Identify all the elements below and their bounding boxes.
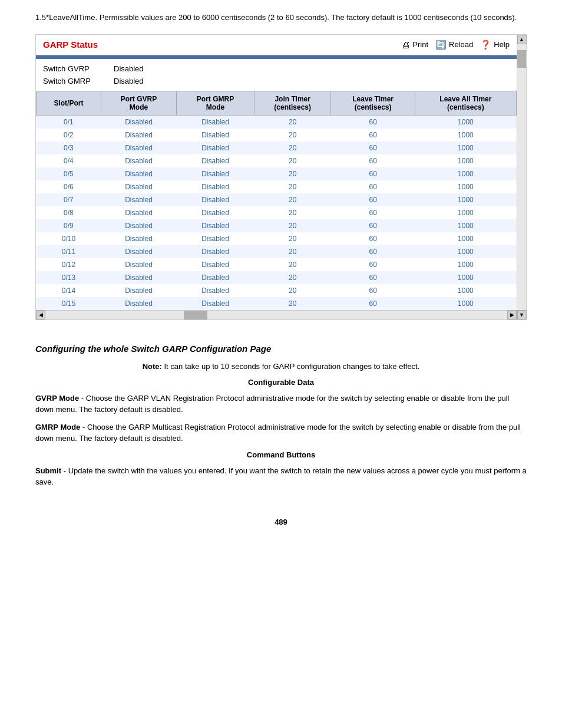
submit-description: Submit - Update the switch with the valu… bbox=[35, 465, 527, 488]
table-row: 0/8DisabledDisabled20601000 bbox=[37, 206, 517, 219]
gvrp-mode-label: GVRP Mode bbox=[35, 394, 79, 403]
table-row: 0/10DisabledDisabled20601000 bbox=[37, 232, 517, 245]
help-label: Help bbox=[494, 40, 510, 49]
col-slot-port: Slot/Port bbox=[37, 91, 101, 115]
reload-label: Reload bbox=[449, 40, 473, 49]
section-title: Configuring the whole Switch GARP Config… bbox=[35, 344, 527, 354]
gmrp-mode-text: - Choose the GARP Multicast Registration… bbox=[35, 423, 521, 443]
print-label: Print bbox=[412, 40, 428, 49]
scroll-thumb[interactable] bbox=[184, 311, 207, 319]
help-icon: ❓ bbox=[480, 39, 491, 50]
gmrp-mode-description: GMRP Mode - Choose the GARP Multicast Re… bbox=[35, 421, 527, 444]
col-leave-all-timer: Leave All Timer(centisecs) bbox=[415, 91, 516, 115]
switch-gvrp-label: Switch GVRP bbox=[43, 64, 114, 73]
gmrp-mode-label: GMRP Mode bbox=[35, 423, 80, 431]
switch-gmrp-value: Disabled bbox=[114, 77, 144, 85]
table-row: 0/14DisabledDisabled20601000 bbox=[37, 284, 517, 297]
note-label: Note: bbox=[143, 362, 162, 371]
scroll-up-button[interactable]: ▲ bbox=[517, 35, 527, 44]
help-button[interactable]: ❓ Help bbox=[480, 39, 510, 50]
table-row: 0/1DisabledDisabled20601000 bbox=[37, 115, 517, 129]
table-row: 0/3DisabledDisabled20601000 bbox=[37, 141, 517, 154]
col-leave-timer: Leave Timer(centisecs) bbox=[331, 91, 415, 115]
table-row: 0/5DisabledDisabled20601000 bbox=[37, 167, 517, 180]
header-buttons: 🖨 Print 🔄 Reload ❓ Help bbox=[401, 39, 510, 50]
scroll-left-button[interactable]: ◀ bbox=[36, 310, 45, 319]
print-button[interactable]: 🖨 Print bbox=[401, 39, 428, 50]
submit-text: - Update the switch with the values you … bbox=[35, 466, 527, 487]
submit-label: Submit bbox=[35, 466, 61, 475]
col-port-gmrp: Port GMRPMode bbox=[177, 91, 254, 115]
page-number: 489 bbox=[35, 518, 527, 526]
panel-main: GARP Status 🖨 Print 🔄 Reload ❓ Help bbox=[36, 35, 517, 319]
print-icon: 🖨 bbox=[401, 39, 410, 50]
vert-scroll-track[interactable] bbox=[517, 44, 526, 310]
config-section: Configuring the whole Switch GARP Config… bbox=[35, 344, 527, 488]
scroll-down-button[interactable]: ▼ bbox=[517, 310, 527, 319]
reload-icon: 🔄 bbox=[435, 39, 447, 50]
table-row: 0/13DisabledDisabled20601000 bbox=[37, 271, 517, 284]
garp-status-table: Slot/Port Port GVRPMode Port GMRPMode Jo… bbox=[36, 91, 517, 310]
table-row: 0/12DisabledDisabled20601000 bbox=[37, 258, 517, 271]
note-content: It can take up to 10 seconds for GARP co… bbox=[164, 362, 420, 371]
table-scroll-area[interactable]: Slot/Port Port GVRPMode Port GMRPMode Jo… bbox=[36, 91, 517, 310]
table-row: 0/7DisabledDisabled20601000 bbox=[37, 193, 517, 206]
horizontal-scrollbar[interactable]: ◀ ▶ bbox=[36, 310, 517, 319]
scroll-track[interactable] bbox=[45, 311, 507, 319]
garp-panel-header: GARP Status 🖨 Print 🔄 Reload ❓ Help bbox=[36, 35, 517, 55]
configurable-data-heading: Configurable Data bbox=[35, 378, 527, 387]
garp-panel-title: GARP Status bbox=[43, 39, 98, 50]
garp-status-panel: GARP Status 🖨 Print 🔄 Reload ❓ Help bbox=[35, 34, 527, 320]
table-row: 0/4DisabledDisabled20601000 bbox=[37, 154, 517, 167]
gvrp-mode-description: GVRP Mode - Choose the GARP VLAN Registr… bbox=[35, 393, 527, 416]
switch-gvrp-value: Disabled bbox=[114, 64, 144, 73]
note-paragraph: Note: It can take up to 10 seconds for G… bbox=[35, 362, 527, 371]
switch-gmrp-row: Switch GMRP Disabled bbox=[43, 75, 510, 87]
command-buttons-heading: Command Buttons bbox=[35, 450, 527, 459]
page-content: 1.5*LeaveAllTime. Permissible values are… bbox=[0, 0, 562, 550]
table-row: 0/11DisabledDisabled20601000 bbox=[37, 245, 517, 258]
switch-gvrp-row: Switch GVRP Disabled bbox=[43, 62, 510, 75]
table-header-row: Slot/Port Port GVRPMode Port GMRPMode Jo… bbox=[37, 91, 517, 115]
col-join-timer: Join Timer(centisecs) bbox=[254, 91, 331, 115]
scroll-right-button[interactable]: ▶ bbox=[507, 310, 517, 319]
col-port-gvrp: Port GVRPMode bbox=[101, 91, 176, 115]
switch-gmrp-label: Switch GMRP bbox=[43, 77, 114, 85]
switch-info: Switch GVRP Disabled Switch GMRP Disable… bbox=[36, 59, 517, 91]
gvrp-mode-text: - Choose the GARP VLAN Registration Prot… bbox=[35, 394, 509, 414]
reload-button[interactable]: 🔄 Reload bbox=[435, 39, 473, 50]
table-row: 0/9DisabledDisabled20601000 bbox=[37, 219, 517, 232]
table-row: 0/15DisabledDisabled20601000 bbox=[37, 297, 517, 310]
vertical-scrollbar[interactable]: ▲ ▼ bbox=[517, 35, 526, 319]
intro-paragraph: 1.5*LeaveAllTime. Permissible values are… bbox=[35, 12, 527, 24]
table-row: 0/6DisabledDisabled20601000 bbox=[37, 180, 517, 193]
vert-scroll-thumb[interactable] bbox=[517, 50, 526, 68]
table-row: 0/2DisabledDisabled20601000 bbox=[37, 129, 517, 141]
